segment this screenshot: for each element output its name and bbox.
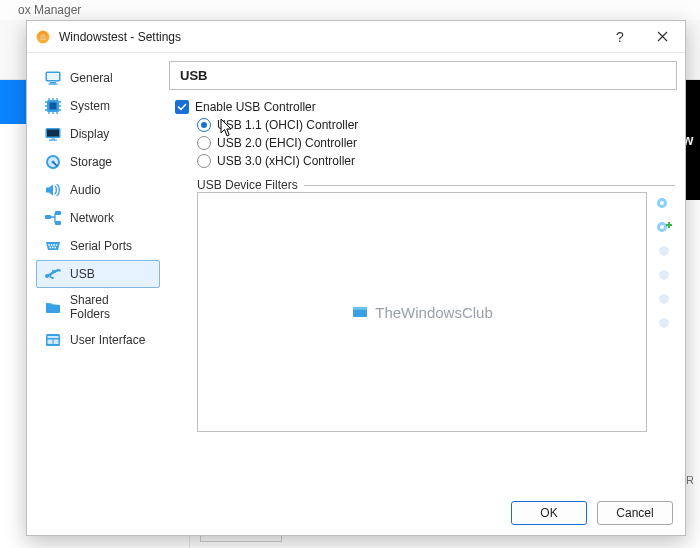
sidebar-item-storage[interactable]: Storage [36,148,160,176]
usb20-label: USB 2.0 (EHCI) Controller [217,136,357,150]
monitor-icon [44,69,62,87]
usb11-radio[interactable] [197,118,211,132]
sidebar-item-label: USB [70,267,95,281]
dialog-footer: OK Cancel [27,491,685,535]
app-icon [35,29,51,45]
filters-group-label: USB Device Filters [197,178,304,192]
add-empty-filter-button[interactable] [655,194,673,212]
svg-rect-14 [49,140,57,141]
svg-point-25 [49,247,51,249]
sidebar-item-general[interactable]: General [36,64,160,92]
dialog-titlebar: Windowstest - Settings ? [27,21,685,53]
svg-point-26 [52,247,54,249]
sidebar-item-serial-ports[interactable]: Serial Ports [36,232,160,260]
audio-icon [44,181,62,199]
svg-rect-30 [52,277,54,279]
sidebar-item-shared-folders[interactable]: Shared Folders [36,288,160,326]
sidebar-item-label: Storage [70,155,112,169]
usb20-radio[interactable] [197,136,211,150]
sidebar-item-label: Display [70,127,109,141]
parent-title: ox Manager [0,0,700,20]
svg-point-38 [660,201,664,205]
sidebar-item-user-interface[interactable]: User Interface [36,326,160,354]
svg-rect-32 [48,336,59,338]
svg-rect-19 [55,211,61,215]
svg-point-23 [53,244,55,246]
add-filter-from-device-button[interactable] [655,218,673,236]
svg-point-43 [659,246,669,256]
svg-rect-36 [353,307,367,310]
ui-icon [44,331,62,349]
settings-page: USB Enable USB Controller USB 1.1 (OHCI)… [169,61,677,483]
settings-category-list: General System Display Storage [35,61,161,483]
svg-point-27 [54,247,56,249]
dialog-title: Windowstest - Settings [59,30,595,44]
usb30-radio[interactable] [197,154,211,168]
svg-point-29 [54,270,56,272]
close-button[interactable] [645,25,679,49]
svg-rect-12 [47,130,59,137]
remove-filter-button [655,266,673,284]
svg-rect-20 [55,221,61,225]
usb11-label: USB 1.1 (OHCI) Controller [217,118,358,132]
usb30-label: USB 3.0 (xHCI) Controller [217,154,355,168]
svg-point-24 [56,244,58,246]
svg-point-46 [659,318,669,328]
svg-rect-33 [48,340,53,345]
serial-port-icon [44,237,62,255]
svg-rect-7 [50,82,56,84]
sidebar-item-label: Serial Ports [70,239,132,253]
divider [304,185,675,186]
watermark-icon [351,303,369,321]
usb30-row[interactable]: USB 3.0 (xHCI) Controller [197,154,675,168]
svg-point-40 [660,225,664,229]
watermark-text: TheWindowsClub [375,304,493,321]
svg-point-44 [659,270,669,280]
move-filter-up-button [655,290,673,308]
usb20-row[interactable]: USB 2.0 (EHCI) Controller [197,136,675,150]
sidebar-item-label: Network [70,211,114,225]
sidebar-item-label: Audio [70,183,101,197]
settings-dialog: Windowstest - Settings ? General System [26,20,686,536]
chip-icon [44,97,62,115]
edit-filter-button [655,242,673,260]
sidebar-item-network[interactable]: Network [36,204,160,232]
page-title: USB [169,61,677,90]
usb-device-filters-list[interactable]: TheWindowsClub [197,192,647,432]
sidebar-item-display[interactable]: Display [36,120,160,148]
sidebar-item-label: User Interface [70,333,145,347]
filters-toolbar [653,192,675,432]
svg-rect-10 [50,103,57,110]
svg-rect-34 [54,340,59,345]
usb11-row[interactable]: USB 1.1 (OHCI) Controller [197,118,675,132]
svg-rect-6 [47,73,59,80]
sidebar-item-system[interactable]: System [36,92,160,120]
svg-rect-13 [51,139,55,140]
svg-point-45 [659,294,669,304]
sidebar-item-audio[interactable]: Audio [36,176,160,204]
cancel-button[interactable]: Cancel [597,501,673,525]
sidebar-item-label: Shared Folders [70,293,152,321]
enable-usb-row[interactable]: Enable USB Controller [175,100,675,114]
svg-rect-42 [668,222,670,228]
watermark: TheWindowsClub [198,303,646,321]
sidebar-item-label: General [70,71,113,85]
svg-point-21 [48,244,50,246]
help-button[interactable]: ? [603,25,637,49]
svg-rect-8 [49,84,58,85]
sidebar-item-usb[interactable]: USB [36,260,160,288]
network-icon [44,209,62,227]
move-filter-down-button [655,314,673,332]
svg-point-28 [45,274,49,278]
svg-point-22 [51,244,53,246]
display-icon [44,125,62,143]
storage-icon [44,153,62,171]
usb-icon [44,265,62,283]
ok-button[interactable]: OK [511,501,587,525]
folder-icon [44,298,62,316]
svg-rect-18 [45,215,51,219]
filters-group-label-row: USB Device Filters [197,178,675,192]
sidebar-item-label: System [70,99,110,113]
enable-usb-checkbox[interactable] [175,100,189,114]
enable-usb-label: Enable USB Controller [195,100,316,114]
